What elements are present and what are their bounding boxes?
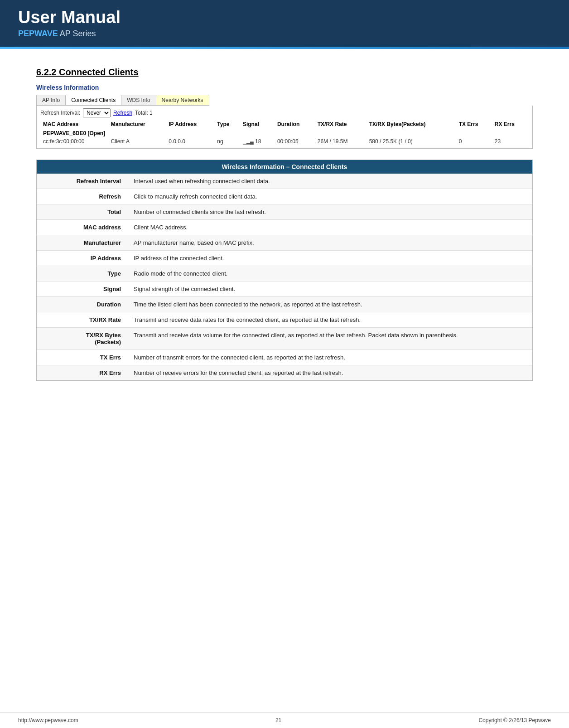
manual-title: User Manual: [18, 8, 551, 27]
info-table-row: MAC addressClient MAC address.: [37, 219, 532, 235]
col-txrx-rate: TX/RX Rate: [315, 120, 366, 128]
info-desc: AP manufacturer name, based on MAC prefi…: [127, 235, 532, 250]
col-type: Type: [214, 120, 240, 128]
info-table-row: TypeRadio mode of the connected client.: [37, 266, 532, 281]
info-term: IP Address: [37, 250, 127, 266]
info-term: MAC address: [37, 219, 127, 235]
info-table-row: RX ErrsNumber of receive errors for the …: [37, 365, 532, 380]
col-manufacturer: Manufacturer: [108, 120, 166, 128]
client-txrx-rate: 26M / 19.5M: [315, 137, 366, 146]
info-desc: Transmit and receive data rates for the …: [127, 312, 532, 327]
info-table-header: Wireless Information – Connected Clients: [37, 160, 532, 174]
page-footer: http://www.pepwave.com 21 Copyright © 2/…: [0, 712, 569, 728]
network-table-area: Refresh Interval: Never 5s 10s 30s Refre…: [36, 106, 533, 149]
info-term: Total: [37, 204, 127, 219]
client-signal: ▁▂▄ 18: [240, 137, 275, 146]
total-count: Total: 1: [135, 110, 153, 116]
info-desc: Click to manually refresh connected clie…: [127, 189, 532, 204]
page-header: User Manual PEPWAVE AP Series: [0, 0, 569, 47]
info-table-row: SignalSignal strength of the connected c…: [37, 281, 532, 296]
col-mac: MAC Address: [40, 120, 108, 128]
info-table-row: ManufacturerAP manufacturer name, based …: [37, 235, 532, 250]
refresh-row: Refresh Interval: Never 5s 10s 30s Refre…: [40, 108, 529, 117]
client-mac: cc:fe:3c:00:00:00: [40, 137, 108, 146]
info-table: Refresh IntervalInterval used when refre…: [37, 174, 532, 380]
client-tx-errs: 0: [456, 137, 492, 146]
clients-table: MAC Address Manufacturer IP Address Type…: [40, 120, 529, 146]
info-table-row: RefreshClick to manually refresh connect…: [37, 189, 532, 204]
signal-value: 18: [255, 138, 261, 145]
client-txrx-bytes: 580 / 25.5K (1 / 0): [366, 137, 456, 146]
info-desc: Number of connected clients since the la…: [127, 204, 532, 219]
tab-bar: AP Info Connected Clients WDS Info Nearb…: [36, 95, 209, 106]
footer-page: 21: [275, 717, 281, 723]
wireless-info-label: Wireless Information: [36, 84, 533, 91]
refresh-button[interactable]: Refresh: [113, 110, 132, 116]
col-duration: Duration: [275, 120, 315, 128]
signal-bar-icon: ▁▂▄: [243, 139, 254, 145]
main-content: 6.2.2 Connected Clients Wireless Informa…: [0, 49, 569, 399]
client-ip: 0.0.0.0: [166, 137, 214, 146]
info-desc: Transmit and receive data volume for the…: [127, 327, 532, 349]
info-desc: Number of transmit errors for the connec…: [127, 349, 532, 365]
info-desc: Number of receive errors for the connect…: [127, 365, 532, 380]
ssid-name: PEPWAVE_6DE0 [Open]: [40, 128, 529, 137]
info-term: Duration: [37, 296, 127, 312]
info-table-wrapper: Wireless Information – Connected Clients…: [36, 160, 533, 381]
col-signal: Signal: [240, 120, 275, 128]
footer-url: http://www.pepwave.com: [18, 717, 78, 723]
subtitle-rest: AP Series: [58, 29, 96, 38]
table-row: cc:fe:3c:00:00:00 Client A 0.0.0.0 ng ▁▂…: [40, 137, 529, 146]
info-table-row: TotalNumber of connected clients since t…: [37, 204, 532, 219]
info-desc: Signal strength of the connected client.: [127, 281, 532, 296]
col-rx-errs: RX Errs: [492, 120, 529, 128]
tab-connected-clients[interactable]: Connected Clients: [66, 95, 121, 105]
info-term: TX/RX Rate: [37, 312, 127, 327]
section-title: 6.2.2 Connected Clients: [36, 67, 533, 78]
col-ip: IP Address: [166, 120, 214, 128]
info-table-row: DurationTime the listed client has been …: [37, 296, 532, 312]
manual-subtitle: PEPWAVE AP Series: [18, 29, 551, 39]
info-term: Manufacturer: [37, 235, 127, 250]
info-desc: Client MAC address.: [127, 219, 532, 235]
info-term: Type: [37, 266, 127, 281]
info-table-row: TX/RX RateTransmit and receive data rate…: [37, 312, 532, 327]
info-table-row: TX ErrsNumber of transmit errors for the…: [37, 349, 532, 365]
info-desc: Time the listed client has been connecte…: [127, 296, 532, 312]
client-duration: 00:00:05: [275, 137, 315, 146]
brand-name: PEPWAVE: [18, 29, 58, 38]
info-term: Refresh: [37, 189, 127, 204]
refresh-interval-select[interactable]: Never 5s 10s 30s: [83, 108, 111, 117]
tab-ap-info[interactable]: AP Info: [37, 95, 66, 105]
info-desc: Radio mode of the connected client.: [127, 266, 532, 281]
client-type: ng: [214, 137, 240, 146]
info-table-row: TX/RX Bytes (Packets)Transmit and receiv…: [37, 327, 532, 349]
info-term: Signal: [37, 281, 127, 296]
info-desc: Interval used when refreshing connected …: [127, 174, 532, 189]
col-tx-errs: TX Errs: [456, 120, 492, 128]
info-term: Refresh Interval: [37, 174, 127, 189]
ssid-row: PEPWAVE_6DE0 [Open]: [40, 128, 529, 137]
refresh-interval-label: Refresh Interval:: [40, 110, 80, 116]
client-rx-errs: 23: [492, 137, 529, 146]
info-table-row: IP AddressIP address of the connected cl…: [37, 250, 532, 266]
col-txrx-bytes: TX/RX Bytes(Packets): [366, 120, 456, 128]
tab-wds-info[interactable]: WDS Info: [121, 95, 156, 105]
tab-nearby-networks[interactable]: Nearby Networks: [156, 95, 209, 105]
footer-copyright: Copyright © 2/26/13 Pepwave: [478, 717, 551, 723]
info-term: TX/RX Bytes (Packets): [37, 327, 127, 349]
info-term: RX Errs: [37, 365, 127, 380]
table-header-row: MAC Address Manufacturer IP Address Type…: [40, 120, 529, 128]
info-table-row: Refresh IntervalInterval used when refre…: [37, 174, 532, 189]
info-desc: IP address of the connected client.: [127, 250, 532, 266]
info-term: TX Errs: [37, 349, 127, 365]
client-manufacturer: Client A: [108, 137, 166, 146]
